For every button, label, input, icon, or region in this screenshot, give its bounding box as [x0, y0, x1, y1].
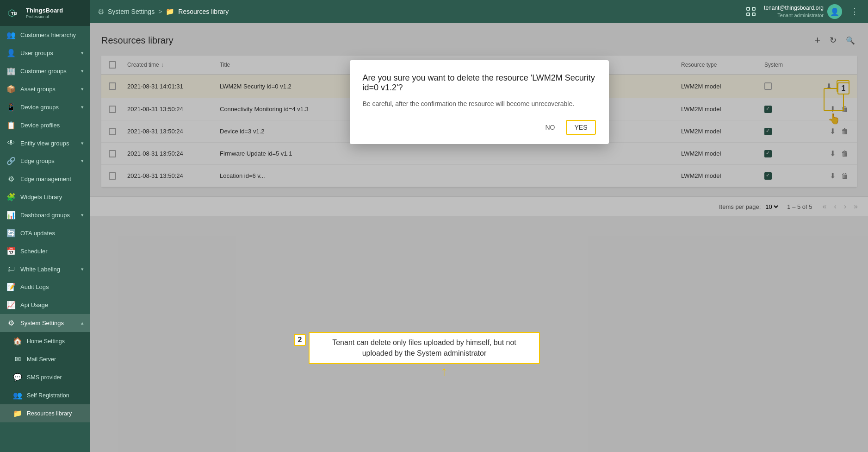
user-groups-expand-icon: ▾ — [81, 50, 84, 56]
logo-icon: ⬡ TB — [6, 5, 22, 21]
callout-2-tooltip: Tenant can delete only files uploaded by… — [309, 332, 540, 364]
sidebar-item-customers-hierarchy[interactable]: 👥 Customers hierarchy — [0, 26, 90, 44]
sidebar-item-audit-logs[interactable]: 📝 Audit Logs — [0, 278, 90, 296]
svg-rect-6 — [752, 13, 755, 16]
avatar[interactable]: 👤 — [827, 4, 842, 19]
system-settings-icon: ⚙ — [6, 319, 16, 327]
dialog-actions: No Yes — [363, 120, 596, 135]
topbar-right: tenant@thingsboard.org Tenant administra… — [744, 4, 861, 19]
system-settings-submenu: 🏠 Home Settings ✉ Mail Server 💬 SMS prov… — [0, 332, 90, 422]
customers-hierarchy-icon: 👥 — [6, 31, 16, 39]
sidebar-item-sms-provider[interactable]: 💬 SMS provider — [0, 368, 90, 386]
sidebar-label-customer-groups: Customer groups — [20, 68, 81, 75]
dashboard-groups-icon: 📊 — [6, 211, 16, 220]
sms-provider-icon: 💬 — [13, 373, 22, 382]
resources-folder-icon: 📁 — [166, 7, 174, 16]
device-groups-icon: 📱 — [6, 103, 16, 112]
sidebar-item-home-settings[interactable]: 🏠 Home Settings — [0, 332, 90, 350]
callout-badge-2: 2 — [294, 334, 306, 346]
sidebar-item-system-settings[interactable]: ⚙ System Settings ▴ — [0, 314, 90, 332]
topbar-breadcrumb: ⚙ System Settings > 📁 Resources library — [98, 7, 229, 16]
white-labeling-icon: 🏷 — [6, 265, 16, 273]
sidebar-label-api-usage: Api Usage — [20, 301, 84, 308]
dialog-body: Be careful, after the confirmation the r… — [363, 99, 596, 109]
dashboard-groups-expand-icon: ▾ — [81, 212, 84, 218]
device-profiles-icon: 📋 — [6, 121, 16, 130]
svg-rect-5 — [747, 13, 750, 16]
topbar: ⚙ System Settings > 📁 Resources library … — [90, 0, 868, 23]
sidebar: ⬡ TB ThingsBoard Professional 👥 Customer… — [0, 0, 90, 452]
sidebar-label-edge-management: Edge management — [20, 176, 84, 182]
sidebar-item-resources-library[interactable]: 📁 Resources library — [0, 404, 90, 422]
mail-server-icon: ✉ — [13, 355, 22, 364]
sidebar-item-ota-updates[interactable]: 🔄 OTA updates — [0, 224, 90, 242]
self-registration-icon: 👥 — [13, 391, 22, 400]
sidebar-label-audit-logs: Audit Logs — [20, 283, 84, 290]
sidebar-item-self-registration[interactable]: 👥 Self Registration — [0, 386, 90, 404]
sidebar-label-widgets-library: Widgets Library — [20, 194, 84, 201]
sidebar-item-device-groups[interactable]: 📱 Device groups ▾ — [0, 98, 90, 116]
sidebar-label-entity-view-groups: Entity view groups — [20, 140, 81, 147]
sidebar-label-device-groups: Device groups — [20, 104, 81, 111]
more-options-button[interactable]: ⋮ — [849, 5, 861, 19]
sidebar-item-api-usage[interactable]: 📈 Api Usage — [0, 296, 90, 314]
sidebar-item-customer-groups[interactable]: 🏢 Customer groups ▾ — [0, 62, 90, 80]
sidebar-label-customers-hierarchy: Customers hierarchy — [20, 31, 84, 38]
dialog-overlay: Are you sure you want to delete the reso… — [90, 23, 868, 452]
sidebar-label-edge-groups: Edge groups — [20, 157, 81, 164]
white-labeling-expand-icon: ▾ — [81, 266, 84, 272]
app-name: ThingsBoard — [26, 7, 63, 14]
main-area: ⚙ System Settings > 📁 Resources library … — [90, 0, 868, 452]
sidebar-label-system-settings: System Settings — [20, 320, 81, 326]
sidebar-item-device-profiles[interactable]: 📋 Device profiles — [0, 116, 90, 134]
dialog-yes-button[interactable]: Yes — [566, 120, 595, 135]
fullscreen-button[interactable] — [744, 5, 757, 18]
edge-management-icon: ⚙ — [6, 175, 16, 183]
customer-groups-icon: 🏢 — [6, 67, 16, 75]
sidebar-label-mail-server: Mail Server — [27, 356, 84, 363]
sidebar-label-white-labeling: White Labeling — [20, 266, 81, 273]
callout-arrow-up: ↑ — [441, 365, 447, 378]
audit-logs-icon: 📝 — [6, 282, 16, 291]
breadcrumb-root: System Settings — [108, 8, 155, 15]
system-settings-expand-icon: ▴ — [81, 320, 84, 326]
sidebar-item-widgets-library[interactable]: 🧩 Widgets Library — [0, 188, 90, 206]
breadcrumb-separator: > — [158, 8, 162, 15]
sidebar-label-dashboard-groups: Dashboard groups — [20, 212, 81, 219]
confirm-dialog: Are you sure you want to delete the reso… — [350, 60, 609, 144]
sidebar-label-home-settings: Home Settings — [27, 338, 84, 345]
sidebar-item-user-groups[interactable]: 👤 User groups ▾ — [0, 44, 90, 62]
sidebar-label-ota-updates: OTA updates — [20, 230, 84, 237]
sidebar-label-asset-groups: Asset groups — [20, 86, 81, 93]
sidebar-item-asset-groups[interactable]: 📦 Asset groups ▾ — [0, 80, 90, 98]
api-usage-icon: 📈 — [6, 301, 16, 309]
svg-rect-4 — [752, 7, 755, 10]
dialog-no-button[interactable]: No — [538, 120, 562, 135]
svg-rect-3 — [747, 7, 750, 10]
edge-groups-expand-icon: ▾ — [81, 158, 84, 164]
callout-2-container: 2 Tenant can delete only files uploaded … — [294, 332, 540, 378]
sidebar-item-entity-view-groups[interactable]: 👁 Entity view groups ▾ — [0, 134, 90, 152]
breadcrumb-current: Resources library — [178, 8, 229, 15]
asset-groups-icon: 📦 — [6, 85, 16, 94]
sidebar-item-scheduler[interactable]: 📅 Scheduler — [0, 242, 90, 260]
home-settings-icon: 🏠 — [13, 337, 22, 345]
sidebar-label-sms-provider: SMS provider — [27, 374, 84, 381]
resources-library-icon: 📁 — [13, 409, 22, 418]
app-logo[interactable]: ⬡ TB ThingsBoard Professional — [0, 0, 90, 26]
sidebar-item-edge-groups[interactable]: 🔗 Edge groups ▾ — [0, 152, 90, 170]
device-groups-expand-icon: ▾ — [81, 104, 84, 110]
sidebar-label-self-registration: Self Registration — [27, 392, 84, 399]
user-name: tenant@thingsboard.org — [764, 5, 824, 12]
sidebar-label-device-profiles: Device profiles — [20, 122, 84, 129]
sidebar-item-dashboard-groups[interactable]: 📊 Dashboard groups ▾ — [0, 206, 90, 224]
scheduler-icon: 📅 — [6, 247, 16, 256]
sidebar-item-mail-server[interactable]: ✉ Mail Server — [0, 350, 90, 368]
entity-view-groups-expand-icon: ▾ — [81, 140, 84, 146]
sidebar-item-white-labeling[interactable]: 🏷 White Labeling ▾ — [0, 260, 90, 278]
sidebar-item-edge-management[interactable]: ⚙ Edge management — [0, 170, 90, 188]
sidebar-label-scheduler: Scheduler — [20, 248, 84, 255]
svg-text:TB: TB — [11, 11, 17, 16]
asset-groups-expand-icon: ▾ — [81, 86, 84, 92]
sidebar-label-user-groups: User groups — [20, 50, 81, 56]
